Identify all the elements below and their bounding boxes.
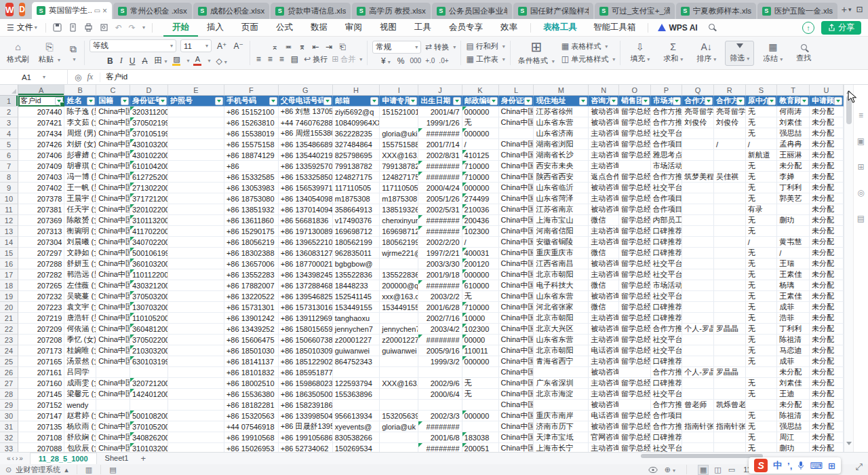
cell[interactable] — [168, 291, 224, 302]
fill-color-button[interactable]: ▨ — [172, 56, 180, 66]
cell[interactable]: 360103200303300725 — [130, 259, 168, 269]
align-bottom-icon[interactable]: ⌆ — [297, 42, 307, 52]
increase-font-icon[interactable]: A⁺ — [216, 41, 228, 51]
cell[interactable]: 合作项目- — [651, 193, 683, 204]
cell[interactable]: 135522836 — [380, 269, 418, 280]
cell[interactable]: 丁利利 — [777, 183, 810, 193]
cell[interactable]: 彭睿婧 (女 — [64, 150, 96, 161]
cell[interactable]: 未分配 — [777, 161, 810, 172]
orientation-icon[interactable]: ⎗ — [338, 42, 347, 52]
cell[interactable] — [380, 117, 418, 128]
font-color-button[interactable]: A — [193, 56, 201, 66]
cell[interactable]: +86 1598680231 — [279, 378, 333, 389]
cell[interactable]: 370502200012272047 — [130, 335, 168, 345]
cell[interactable]: 留学总经办 — [619, 172, 651, 183]
cell[interactable] — [714, 432, 746, 443]
cell[interactable]: 无 — [462, 291, 499, 302]
cell[interactable]: gloria@uk — [380, 421, 418, 432]
cell[interactable]: +86 15320563 — [224, 411, 279, 421]
filter-dropdown-button[interactable] — [673, 97, 681, 105]
cell[interactable] — [168, 345, 224, 356]
cell[interactable]: 被动咨询 — [589, 204, 619, 215]
menu-tab-会员专享[interactable]: 会员专享 — [440, 19, 492, 37]
search-icon[interactable] — [707, 22, 716, 33]
cell[interactable] — [168, 259, 224, 269]
cell[interactable]: 丁利利 — [777, 324, 810, 335]
cell[interactable]: 留学总经办 — [619, 237, 651, 248]
cell[interactable] — [682, 280, 714, 291]
cell[interactable]: 山东省临沂 — [534, 183, 589, 193]
cell[interactable]: 2005/9/16 — [418, 345, 462, 356]
cell[interactable]: 未分配 — [810, 280, 844, 291]
cell[interactable]: +86 18753080 — [224, 193, 279, 204]
cell[interactable] — [168, 356, 224, 367]
cell[interactable] — [746, 400, 778, 411]
cell[interactable] — [714, 280, 746, 291]
ime-mic-icon[interactable] — [797, 461, 804, 470]
cell[interactable]: 207108 — [18, 432, 64, 443]
row-header-13[interactable]: 13 — [0, 226, 18, 237]
cell[interactable]: bgbgbow@ — [333, 259, 380, 269]
cell[interactable]: / — [714, 139, 746, 150]
cell[interactable]: China中国 — [96, 107, 130, 117]
cell[interactable]: 社交平台,豆 — [651, 183, 683, 193]
cell[interactable]: 102300 — [462, 226, 499, 237]
cell[interactable]: ######## — [418, 280, 462, 291]
cell[interactable]: 留学总经办 — [619, 117, 651, 128]
cell[interactable]: +86 1335925706 — [279, 161, 333, 172]
cell[interactable]: +86 1395468251 — [279, 291, 333, 302]
cell[interactable]: 包欣辰 (女 — [64, 443, 96, 452]
italic-button[interactable]: I — [119, 56, 124, 66]
cell[interactable] — [682, 139, 714, 150]
cell[interactable]: xyevents@ — [333, 421, 380, 432]
cell[interactable]: 山东省东营 — [534, 335, 589, 345]
cell[interactable]: 825798695 — [333, 150, 380, 161]
cell[interactable] — [168, 302, 224, 313]
cell[interactable]: +86 18141137 — [224, 356, 279, 367]
cell[interactable] — [380, 259, 418, 269]
cell[interactable]: 358664913 — [333, 204, 380, 215]
filter-dropdown-button[interactable] — [159, 97, 167, 105]
cell[interactable]: 济南市历下 — [534, 421, 589, 432]
row-header-16[interactable]: 16 — [0, 259, 18, 269]
cell[interactable]: guiwanwei — [380, 345, 418, 356]
cell[interactable]: China中国 — [96, 356, 130, 367]
cell[interactable]: 207409 — [18, 161, 64, 172]
cell[interactable] — [682, 259, 714, 269]
cell[interactable]: 汤景然 (女 — [64, 356, 96, 367]
cell[interactable]: 成雨雯 (女 — [64, 378, 96, 389]
cell[interactable]: 主动咨询 — [589, 226, 619, 237]
cell[interactable]: 无 — [746, 183, 778, 193]
align-top-icon[interactable]: ⌅ — [270, 42, 279, 52]
cell[interactable] — [714, 193, 746, 204]
column-header-K[interactable]: K — [462, 85, 499, 96]
cell[interactable]: 无 — [746, 291, 778, 302]
document-tab[interactable]: S公务员国企事业单位 — [432, 3, 512, 19]
cell[interactable]: 274499 — [462, 193, 499, 204]
cell[interactable]: 未分配 — [810, 128, 844, 139]
cell[interactable]: 社交平台,微 — [651, 345, 683, 356]
cell[interactable]: +86 刘慧 137052 — [279, 107, 333, 117]
print-icon[interactable] — [84, 23, 93, 32]
cell[interactable]: 2002/5/31 — [418, 204, 462, 215]
column-header-J[interactable]: J — [418, 85, 462, 96]
cell[interactable]: 000000 — [462, 356, 499, 367]
cell[interactable] — [682, 237, 714, 248]
cell[interactable]: 留学总经办 — [619, 215, 651, 226]
cell[interactable] — [418, 367, 462, 378]
cell[interactable]: China中国 — [499, 280, 534, 291]
cell[interactable]: 被动咨询 — [589, 324, 619, 335]
cell[interactable]: 2001/4/7 — [418, 107, 462, 117]
cell[interactable] — [462, 367, 499, 378]
cell[interactable]: 无 — [746, 432, 778, 443]
cell[interactable]: 207313 — [18, 226, 64, 237]
decrease-indent-icon[interactable]: ⇤ — [311, 42, 320, 52]
row-header-29[interactable]: 29 — [0, 400, 18, 411]
cell[interactable]: 留学总经办 — [619, 248, 651, 259]
cell[interactable]: 留学总经办 — [619, 128, 651, 139]
cell[interactable]: 何雨涛 — [777, 107, 810, 117]
cell[interactable]: 留学总经办 — [619, 313, 651, 324]
file-menu[interactable]: 文件 — [17, 22, 33, 33]
row-header-24[interactable]: 24 — [0, 345, 18, 356]
cell[interactable]: 1999/1/26 — [418, 117, 462, 128]
